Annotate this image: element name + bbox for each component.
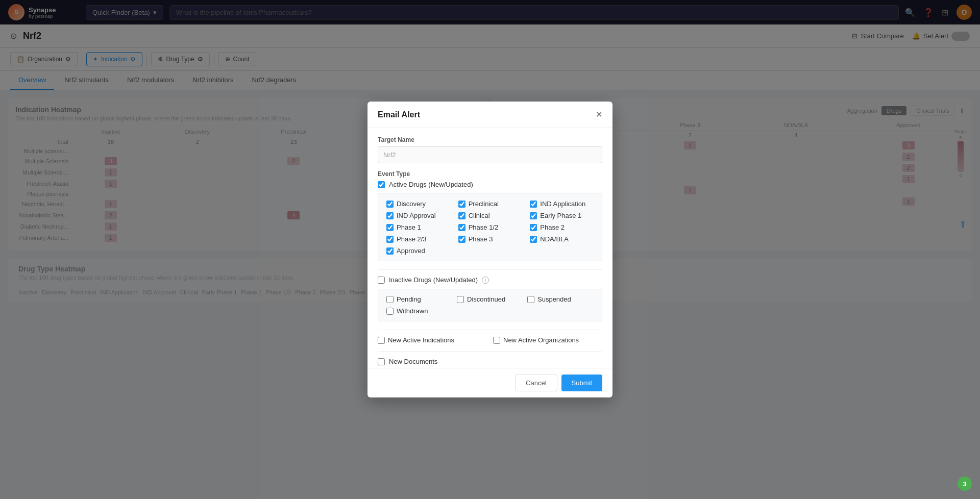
inactive-drugs-options-box: Pending Discontinued Suspended With xyxy=(378,289,602,310)
modal-overlay[interactable]: Email Alert ✕ Target Name Event Type Act… xyxy=(0,0,980,310)
ind-approval-option: IND Approval xyxy=(386,212,450,219)
pending-label: Pending xyxy=(397,295,421,303)
approved-option: Approved xyxy=(386,247,594,255)
suspended-option: Suspended xyxy=(527,295,594,303)
ind-application-label: IND Application xyxy=(540,200,585,208)
target-name-input[interactable] xyxy=(378,146,602,163)
phase3-checkbox[interactable] xyxy=(458,236,465,243)
phase2-3-label: Phase 2/3 xyxy=(397,235,427,243)
pending-checkbox[interactable] xyxy=(386,296,394,303)
section-divider-1 xyxy=(378,269,602,270)
clinical-option: Clinical xyxy=(458,212,522,219)
active-drugs-grid: Discovery Preclinical IND Application xyxy=(386,200,594,243)
withdrawn-option: Withdrawn xyxy=(386,307,453,310)
event-type-label: Event Type xyxy=(378,170,602,178)
discontinued-label: Discontinued xyxy=(467,295,505,303)
phase2-label: Phase 2 xyxy=(540,223,565,231)
phase1-2-checkbox[interactable] xyxy=(458,224,465,231)
early-phase1-checkbox[interactable] xyxy=(530,212,537,219)
approved-label: Approved xyxy=(397,247,425,255)
email-alert-modal: Email Alert ✕ Target Name Event Type Act… xyxy=(368,102,612,310)
nda-bla-option: NDA/BLA xyxy=(530,235,594,243)
early-phase1-option: Early Phase 1 xyxy=(530,212,594,219)
discovery-label: Discovery xyxy=(397,200,426,208)
discontinued-option: Discontinued xyxy=(457,295,523,303)
phase1-2-label: Phase 1/2 xyxy=(469,223,499,231)
ind-approval-checkbox[interactable] xyxy=(386,212,394,219)
nda-bla-label: NDA/BLA xyxy=(540,235,569,243)
phase1-2-option: Phase 1/2 xyxy=(458,223,522,231)
phase3-option: Phase 3 xyxy=(458,235,522,243)
ind-application-checkbox[interactable] xyxy=(530,201,537,208)
ind-approval-label: IND Approval xyxy=(397,212,436,219)
active-drugs-options-box: Discovery Preclinical IND Application xyxy=(378,193,602,261)
discovery-option: Discovery xyxy=(386,200,450,208)
pending-option: Pending xyxy=(386,295,453,303)
inactive-drugs-info-icon[interactable]: i xyxy=(482,277,489,284)
modal-header: Email Alert ✕ xyxy=(368,102,612,128)
phase2-3-checkbox[interactable] xyxy=(386,236,394,243)
clinical-checkbox[interactable] xyxy=(458,212,465,219)
inactive-drugs-checkbox[interactable] xyxy=(378,277,385,284)
inactive-drugs-header: Inactive Drugs (New/Updated) i xyxy=(378,276,602,284)
preclinical-checkbox[interactable] xyxy=(458,201,465,208)
phase2-option: Phase 2 xyxy=(530,223,594,231)
inactive-drugs-section: Inactive Drugs (New/Updated) i Pending D… xyxy=(378,276,602,310)
modal-body: Target Name Event Type Active Drugs (New… xyxy=(368,128,612,310)
preclinical-label: Preclinical xyxy=(469,200,499,208)
suspended-checkbox[interactable] xyxy=(527,296,534,303)
phase2-3-option: Phase 2/3 xyxy=(386,235,450,243)
nda-bla-checkbox[interactable] xyxy=(530,236,537,243)
phase1-checkbox[interactable] xyxy=(386,224,394,231)
active-drugs-section: Active Drugs (New/Updated) Discovery Pre… xyxy=(378,181,602,261)
phase2-checkbox[interactable] xyxy=(530,224,537,231)
active-drugs-checkbox[interactable] xyxy=(378,181,385,188)
approved-checkbox[interactable] xyxy=(386,247,394,255)
phase1-option: Phase 1 xyxy=(386,223,450,231)
phase3-label: Phase 3 xyxy=(469,235,493,243)
active-drugs-header: Active Drugs (New/Updated) xyxy=(378,181,602,188)
discontinued-checkbox[interactable] xyxy=(457,296,464,303)
withdrawn-checkbox[interactable] xyxy=(386,308,394,310)
modal-title: Email Alert xyxy=(378,110,420,119)
preclinical-option: Preclinical xyxy=(458,200,522,208)
phase1-label: Phase 1 xyxy=(397,223,421,231)
discovery-checkbox[interactable] xyxy=(386,201,394,208)
target-name-label: Target Name xyxy=(378,136,602,143)
modal-close-button[interactable]: ✕ xyxy=(596,110,602,119)
ind-application-option: IND Application xyxy=(530,200,594,208)
inactive-drugs-label: Inactive Drugs (New/Updated) xyxy=(389,276,478,284)
early-phase1-label: Early Phase 1 xyxy=(540,212,581,219)
withdrawn-label: Withdrawn xyxy=(397,307,428,310)
clinical-label: Clinical xyxy=(469,212,490,219)
active-drugs-label: Active Drugs (New/Updated) xyxy=(389,181,473,188)
suspended-label: Suspended xyxy=(537,295,571,303)
